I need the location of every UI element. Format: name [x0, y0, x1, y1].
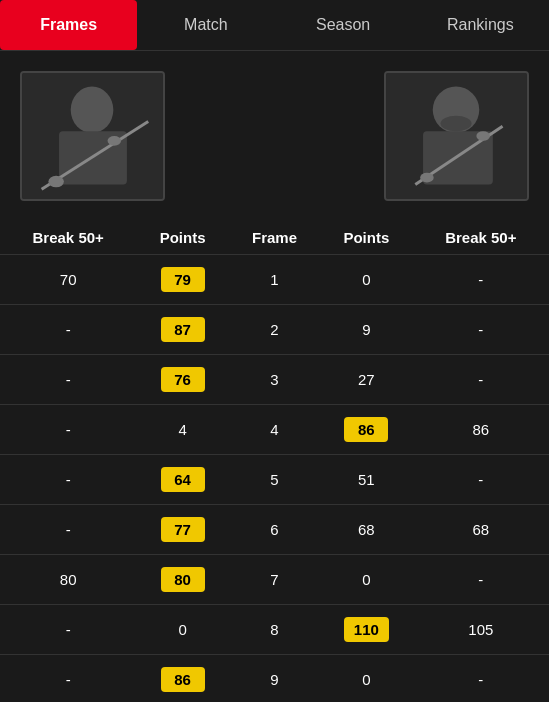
right-points-cell: 51: [320, 455, 413, 505]
svg-point-11: [420, 173, 434, 183]
left-points-cell: 80: [136, 555, 229, 605]
right-break-cell: -: [413, 305, 549, 355]
tab-rankings[interactable]: Rankings: [412, 0, 549, 50]
frame-cell: 9: [229, 655, 320, 703]
left-break-cell: -: [0, 405, 136, 455]
left-points-cell: 87: [136, 305, 229, 355]
table-row: 808070-: [0, 555, 549, 605]
frame-cell: 2: [229, 305, 320, 355]
left-break-cell: -: [0, 305, 136, 355]
svg-point-1: [71, 87, 114, 134]
right-break-cell: -: [413, 555, 549, 605]
right-points-cell: 0: [320, 555, 413, 605]
right-points-cell: 0: [320, 655, 413, 703]
stats-table: Break 50+ Points Frame Points Break 50+ …: [0, 221, 549, 702]
left-points-cell: 4: [136, 405, 229, 455]
table-row: -448686: [0, 405, 549, 455]
left-break-cell: -: [0, 355, 136, 405]
left-points-cell: 64: [136, 455, 229, 505]
right-break-cell: -: [413, 455, 549, 505]
left-points-cell: 79: [136, 255, 229, 305]
frame-cell: 1: [229, 255, 320, 305]
right-break-cell: -: [413, 355, 549, 405]
table-row: -7766868: [0, 505, 549, 555]
left-points-cell: 86: [136, 655, 229, 703]
right-break-cell: 105: [413, 605, 549, 655]
svg-point-4: [48, 176, 64, 188]
left-break-cell: 80: [0, 555, 136, 605]
left-player-photo: [20, 71, 165, 201]
table-row: -08110105: [0, 605, 549, 655]
tab-season[interactable]: Season: [275, 0, 412, 50]
table-header-row: Break 50+ Points Frame Points Break 50+: [0, 221, 549, 255]
frame-cell: 8: [229, 605, 320, 655]
col-left-break: Break 50+: [0, 221, 136, 255]
table-row: -8690-: [0, 655, 549, 703]
tab-bar: Frames Match Season Rankings: [0, 0, 549, 51]
col-frame: Frame: [229, 221, 320, 255]
left-break-cell: -: [0, 505, 136, 555]
right-points-cell: 0: [320, 255, 413, 305]
svg-point-5: [108, 136, 122, 146]
table-row: 707910-: [0, 255, 549, 305]
right-points-cell: 9: [320, 305, 413, 355]
frame-cell: 5: [229, 455, 320, 505]
col-right-points: Points: [320, 221, 413, 255]
frame-cell: 3: [229, 355, 320, 405]
right-points-cell: 110: [320, 605, 413, 655]
tab-match[interactable]: Match: [137, 0, 274, 50]
left-points-cell: 76: [136, 355, 229, 405]
left-points-cell: 0: [136, 605, 229, 655]
right-points-cell: 68: [320, 505, 413, 555]
col-left-points: Points: [136, 221, 229, 255]
frame-cell: 4: [229, 405, 320, 455]
right-break-cell: 68: [413, 505, 549, 555]
right-points-cell: 86: [320, 405, 413, 455]
right-break-cell: 86: [413, 405, 549, 455]
right-break-cell: -: [413, 255, 549, 305]
table-row: -8729-: [0, 305, 549, 355]
frame-cell: 6: [229, 505, 320, 555]
right-points-cell: 27: [320, 355, 413, 405]
frame-cell: 7: [229, 555, 320, 605]
left-points-cell: 77: [136, 505, 229, 555]
col-right-break: Break 50+: [413, 221, 549, 255]
table-row: -64551-: [0, 455, 549, 505]
svg-point-12: [476, 131, 490, 141]
right-player-photo: [384, 71, 529, 201]
table-row: -76327-: [0, 355, 549, 405]
players-section: [0, 51, 549, 211]
tab-frames[interactable]: Frames: [0, 0, 137, 50]
svg-point-8: [441, 116, 472, 132]
right-break-cell: -: [413, 655, 549, 703]
left-break-cell: 70: [0, 255, 136, 305]
left-break-cell: -: [0, 655, 136, 703]
left-break-cell: -: [0, 605, 136, 655]
left-break-cell: -: [0, 455, 136, 505]
